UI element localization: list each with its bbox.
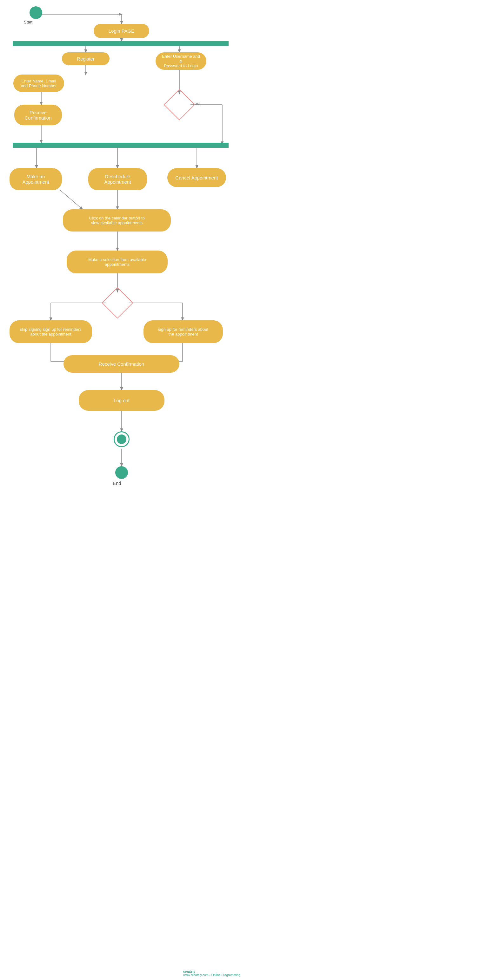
- end-ring: [113, 431, 129, 447]
- enter-name-node: Enter Name, Emailand Phone Number: [13, 75, 64, 92]
- receive-confirmation-2-node: Receive Confirmation: [64, 355, 179, 373]
- click-calendar-node: Click on the calendar button toview avai…: [63, 209, 171, 232]
- watermark: creately www.creately.com • Online Diagr…: [183, 970, 240, 977]
- enter-credentials-node: Enter Username and &Password to Login: [156, 52, 206, 70]
- register-node: Register: [62, 52, 110, 65]
- skip-reminders-node: skip signing sign up for remindersabout …: [10, 320, 92, 343]
- end-label: End: [113, 480, 121, 486]
- login-page-node: Login PAGE: [94, 24, 149, 38]
- text-label: text: [194, 102, 200, 106]
- teal-bar-2: [13, 143, 228, 148]
- diamond-1: [168, 94, 190, 116]
- reschedule-node: RescheduleAppointment: [88, 168, 147, 190]
- flowchart-diagram: Start Login PAGE Register Enter Username…: [0, 0, 244, 980]
- teal-bar-1: [13, 41, 228, 46]
- logout-node: Log out: [79, 390, 164, 411]
- svg-line-14: [60, 190, 83, 209]
- end-inner: [117, 434, 126, 444]
- make-appointment-node: Make anAppointment: [10, 168, 62, 190]
- diamond-2: [106, 292, 129, 314]
- receive-confirmation-1-node: ReceiveConfirmation: [14, 105, 62, 125]
- sign-up-reminders-node: sign up for reminders aboutthe appointme…: [144, 320, 223, 343]
- end-circle: [115, 466, 128, 479]
- make-selection-node: Make a selection from availableappointme…: [67, 251, 168, 274]
- cancel-node: Cancel Appointment: [167, 168, 226, 187]
- start-label: Start: [24, 20, 32, 24]
- start-circle: [30, 6, 42, 19]
